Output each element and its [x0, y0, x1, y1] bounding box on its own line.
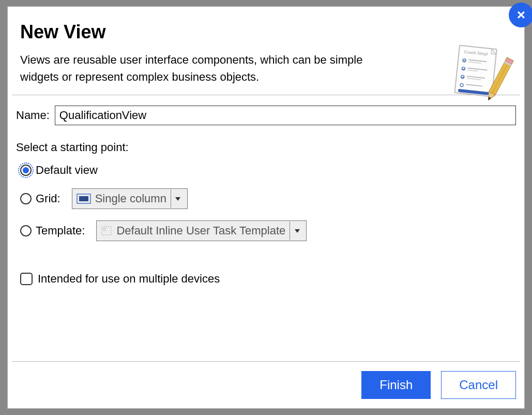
svg-marker-25	[295, 229, 300, 233]
svg-marker-22	[175, 197, 180, 201]
multiple-devices-row[interactable]: Intended for use on multiple devices	[20, 272, 516, 286]
finish-button[interactable]: Finish	[361, 371, 431, 399]
radio-row-default[interactable]: Default view	[20, 164, 516, 177]
template-icon	[101, 226, 112, 235]
form-body: Name: Select a starting point: Default v…	[8, 95, 524, 361]
starting-point-label: Select a starting point:	[16, 141, 516, 154]
dialog-footer: Finish Cancel	[12, 361, 520, 408]
document-pencil-icon: Coach Simpl	[447, 43, 514, 112]
multiple-devices-checkbox[interactable]	[20, 273, 33, 285]
svg-rect-23	[102, 227, 111, 235]
close-icon: ×	[517, 7, 525, 23]
radio-row-template[interactable]: Template: Default Inline User Task Templ…	[20, 220, 516, 241]
radio-template[interactable]	[20, 225, 32, 236]
dialog-description: Views are reusable user interface compon…	[20, 51, 392, 85]
radio-default-view[interactable]	[20, 165, 32, 176]
grid-column-icon	[77, 194, 91, 204]
radio-label-template: Template:	[36, 224, 85, 238]
dialog-header: New View Views are reusable user interfa…	[8, 7, 524, 95]
radio-label-default: Default view	[36, 164, 98, 177]
svg-rect-24	[103, 228, 105, 230]
template-select[interactable]: Default Inline User Task Template	[96, 220, 307, 241]
dialog-title: New View	[20, 21, 512, 43]
name-label: Name:	[16, 109, 50, 122]
grid-select[interactable]: Single column	[72, 188, 188, 209]
cancel-button[interactable]: Cancel	[441, 371, 516, 399]
chevron-down-icon	[171, 189, 185, 208]
close-button[interactable]: ×	[509, 3, 532, 27]
chevron-down-icon	[290, 221, 304, 240]
radio-row-grid[interactable]: Grid: Single column	[20, 188, 516, 209]
radio-grid[interactable]	[20, 193, 32, 204]
new-view-dialog: × New View Views are reusable user inter…	[7, 6, 525, 409]
multiple-devices-label: Intended for use on multiple devices	[38, 272, 220, 286]
template-select-value: Default Inline User Task Template	[116, 224, 285, 238]
grid-select-value: Single column	[95, 192, 166, 205]
svg-rect-21	[79, 196, 88, 201]
radio-label-grid: Grid:	[36, 192, 60, 205]
name-row: Name:	[16, 106, 516, 125]
